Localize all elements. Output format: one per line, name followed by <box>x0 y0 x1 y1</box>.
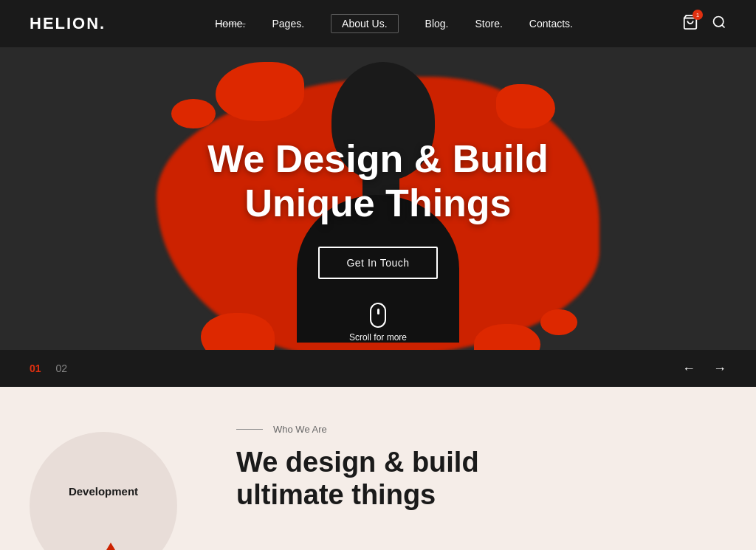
dev-circle: Development <box>30 432 177 550</box>
slide-indicators: 01 02 <box>30 362 67 374</box>
svg-point-1 <box>714 17 724 27</box>
logo: HELION. <box>30 14 106 33</box>
search-button[interactable] <box>712 15 726 32</box>
dev-circle-wrap: Development <box>30 416 192 550</box>
cart-button[interactable]: 1 <box>682 14 698 33</box>
arrow-prev[interactable]: ← <box>682 361 695 377</box>
who-section: Who We Are We design & build ultimate th… <box>236 416 726 511</box>
who-label-row: Who We Are <box>236 424 726 435</box>
slide-inactive[interactable]: 02 <box>56 362 68 374</box>
nav-store[interactable]: Store. <box>475 18 502 30</box>
nav-pages[interactable]: Pages. <box>272 18 304 30</box>
nav-arrows: ← → <box>682 361 726 377</box>
search-icon <box>712 15 726 30</box>
scroll-label: Scroll for more <box>349 332 407 343</box>
nav: Home. Pages. About Us. Blog. Store. Cont… <box>215 14 573 33</box>
hero-title: We Design & Build Unique Things <box>157 137 599 226</box>
nav-blog[interactable]: Blog. <box>425 18 449 30</box>
who-divider <box>236 429 263 430</box>
bottom-section: Development Who We Are We design & build… <box>0 387 756 550</box>
nav-about[interactable]: About Us. <box>331 14 398 33</box>
scroll-hint: Scroll for more <box>157 303 599 343</box>
cta-button[interactable]: Get In Touch <box>318 247 437 279</box>
dev-label: Development <box>69 485 138 498</box>
scroll-mouse-icon <box>370 303 386 328</box>
hero-content: We Design & Build Unique Things Get In T… <box>157 137 599 343</box>
svg-line-2 <box>722 25 725 28</box>
arrow-next[interactable]: → <box>713 361 726 377</box>
hero-section: We Design & Build Unique Things Get In T… <box>0 47 756 387</box>
who-label-text: Who We Are <box>273 424 327 435</box>
nav-contacts[interactable]: Contacts. <box>529 18 573 30</box>
header: HELION. Home. Pages. About Us. Blog. Sto… <box>0 0 756 47</box>
slide-active[interactable]: 01 <box>30 362 41 374</box>
header-icons: 1 <box>682 14 726 33</box>
dev-triangle-icon <box>89 543 133 550</box>
who-title: We design & build ultimate things <box>236 447 726 511</box>
cart-badge: 1 <box>693 10 703 20</box>
nav-home[interactable]: Home. <box>215 18 245 30</box>
